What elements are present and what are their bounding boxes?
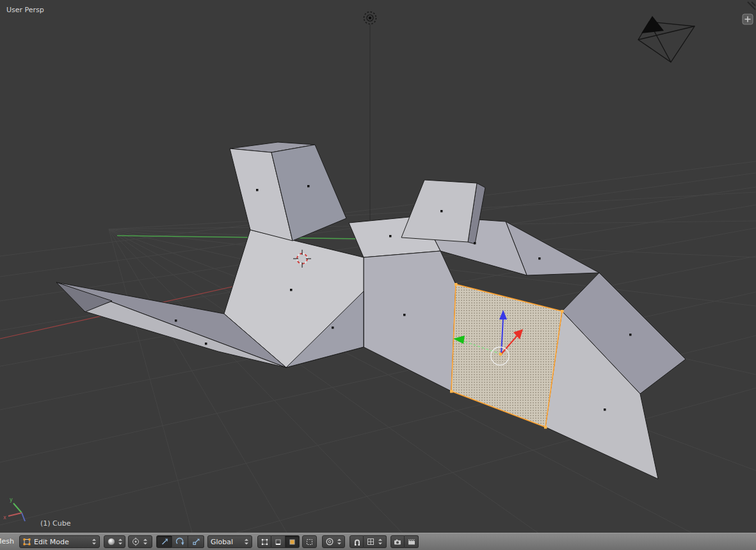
face-select-icon [288, 538, 296, 546]
orientation-label: Global [211, 538, 241, 546]
snap-element-dropdown[interactable] [364, 535, 387, 548]
manipulator-scale-button[interactable] [188, 535, 204, 548]
vertex-select-icon [261, 538, 269, 546]
vertex-select-button[interactable] [257, 535, 271, 548]
svg-text:y: y [10, 497, 13, 503]
pivot-point-icon [131, 537, 140, 546]
proportional-edit-dropdown[interactable] [322, 535, 345, 548]
proportional-edit-icon [325, 537, 334, 546]
mode-dropdown[interactable]: Edit Mode [19, 535, 100, 548]
view-label: User Persp [6, 6, 44, 14]
manipulator-rotate-button[interactable] [172, 535, 188, 548]
mesh-menu[interactable]: Mesh [0, 535, 18, 548]
svg-text:x: x [3, 515, 6, 521]
pivot-dropdown[interactable] [128, 535, 152, 548]
magnet-icon [353, 538, 361, 546]
render-still-button[interactable] [390, 535, 405, 548]
chevron-updown-icon [118, 538, 122, 546]
chevron-updown-icon [337, 538, 342, 546]
scale-icon [191, 537, 200, 546]
orientation-dropdown[interactable]: Global [207, 535, 252, 548]
blender-3d-view: y x User Persp (1) Cube Mesh Edit Mode [0, 0, 756, 550]
region-plus-button[interactable] [743, 14, 753, 24]
chevron-updown-icon [378, 538, 383, 546]
limit-selection-button[interactable] [302, 535, 317, 548]
snap-increment-icon [366, 537, 375, 546]
chevron-updown-icon [92, 538, 97, 546]
mode-label: Edit Mode [34, 538, 89, 546]
snap-toggle-button[interactable] [350, 535, 364, 548]
translate-icon [160, 537, 169, 546]
gizmo-center [499, 353, 503, 356]
face-select-button[interactable] [286, 535, 300, 548]
render-anim-icon [407, 537, 416, 546]
viewport-header: Mesh Edit Mode [0, 533, 756, 550]
object-info: (1) Cube [40, 519, 71, 528]
edge-select-icon [274, 538, 282, 546]
shading-dropdown[interactable] [104, 535, 125, 548]
chevron-updown-icon [244, 538, 249, 546]
render-anim-button[interactable] [405, 535, 419, 548]
sphere-icon [107, 537, 115, 546]
viewport-3d[interactable]: y x User Persp (1) Cube [0, 0, 756, 533]
limit-selection-icon [305, 538, 314, 546]
manipulator-translate-button[interactable] [156, 535, 172, 548]
rotate-icon [175, 537, 184, 546]
render-still-icon [393, 537, 402, 546]
edit-cube-icon [22, 537, 31, 546]
edge-select-button[interactable] [271, 535, 286, 548]
chevron-updown-icon [143, 538, 148, 546]
